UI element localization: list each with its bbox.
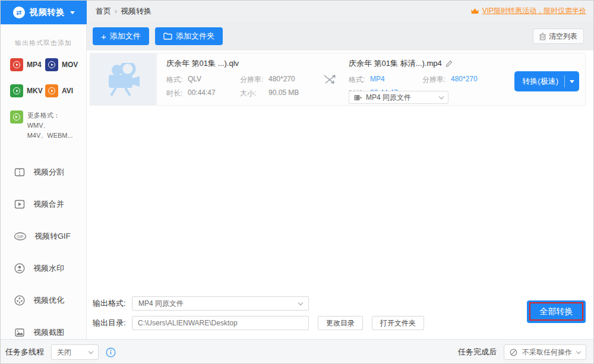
output-dir-value: C:\Users\ALIENWARE\Desktop bbox=[138, 319, 238, 327]
top-bar: 首页 › 视频转换 VIP限时特惠活动，限时仅需半价 bbox=[1, 1, 594, 21]
output-settings: 输出格式: MP4 同原文件 输出目录: C:\Users\ALIENWARE\… bbox=[90, 292, 594, 339]
file-list-row[interactable]: 庆余年 第01集 ...).qlv 格式: QLV 分辨率: 480*270 时… bbox=[90, 53, 586, 106]
trash-icon bbox=[539, 33, 546, 40]
vip-crown-icon bbox=[470, 7, 479, 15]
app-window: 首页 › 视频转换 VIP限时特惠活动，限时仅需半价 ⇄ 视频转换 输出格式双击… bbox=[0, 0, 594, 364]
add-folder-button[interactable]: 添加文件夹 bbox=[155, 27, 223, 45]
add-file-button[interactable]: + 添加文件 bbox=[93, 27, 149, 45]
open-folder-button[interactable]: 打开文件夹 bbox=[372, 316, 424, 330]
avi-file-icon bbox=[45, 84, 58, 97]
sidebar-header-video-convert[interactable]: ⇄ 视频转换 bbox=[1, 1, 87, 24]
sidebar-item-video-merge[interactable]: 视频合并 bbox=[1, 188, 86, 220]
menu-label: 视频分割 bbox=[33, 167, 64, 178]
after-task-value: 不采取任何操作 bbox=[522, 347, 572, 357]
more-formats-item[interactable]: 更多格式：WMV、 M4V、WEBM... bbox=[1, 97, 86, 141]
sidebar-item-video-to-gif[interactable]: GIF 视频转GIF bbox=[1, 220, 86, 252]
format-label: MKV bbox=[27, 87, 43, 95]
convert-all-button[interactable]: 全部转换 bbox=[527, 300, 586, 323]
convert-single-button[interactable]: 转换(极速) bbox=[514, 71, 579, 91]
caret-down-icon bbox=[570, 80, 574, 83]
format-label: AVI bbox=[62, 87, 73, 95]
format-hint-text: 输出格式双击添加 bbox=[1, 39, 86, 48]
add-folder-label: 添加文件夹 bbox=[176, 31, 214, 42]
resolution-label: 分辨率: bbox=[422, 75, 451, 85]
format-tile-mkv[interactable]: MKV bbox=[10, 84, 45, 97]
sidebar-item-video-screenshot[interactable]: 视频截图 bbox=[1, 316, 86, 339]
format-label: 格式: bbox=[349, 75, 370, 85]
source-size-value: 90.05 MB bbox=[268, 88, 314, 99]
output-format-value: MP4 bbox=[370, 75, 422, 85]
convert-all-label: 全部转换 bbox=[540, 306, 573, 316]
film-reel-icon bbox=[14, 295, 26, 306]
clear-list-button[interactable]: 清空列表 bbox=[533, 29, 584, 44]
sidebar-header-title: 视频转换 bbox=[30, 7, 65, 18]
chevron-down-icon bbox=[439, 94, 444, 99]
folder-icon bbox=[163, 33, 172, 40]
mov-file-icon bbox=[45, 58, 58, 71]
gif-icon: GIF bbox=[14, 230, 27, 242]
svg-text:GIF: GIF bbox=[17, 235, 24, 239]
multithread-value: 关闭 bbox=[57, 347, 84, 357]
edit-pencil-icon[interactable] bbox=[446, 60, 453, 68]
format-quick-grid: MP4 MOV MKV AVI bbox=[1, 48, 86, 97]
change-dir-button[interactable]: 更改目录 bbox=[318, 316, 363, 330]
output-format-selected: MP4 同原文件 bbox=[138, 299, 184, 309]
format-tile-mp4[interactable]: MP4 bbox=[10, 58, 45, 71]
format-tile-mov[interactable]: MOV bbox=[45, 58, 80, 71]
convert-options-caret[interactable] bbox=[565, 80, 579, 83]
convert-arrows-icon: ⇄ bbox=[13, 7, 25, 18]
add-file-label: 添加文件 bbox=[110, 31, 141, 42]
swap-arrows-icon bbox=[323, 74, 336, 85]
multithread-label: 任务多线程 bbox=[5, 347, 44, 357]
output-dir-input[interactable]: C:\Users\ALIENWARE\Desktop bbox=[132, 316, 309, 330]
mp4-file-icon bbox=[10, 58, 23, 71]
menu-label: 视频优化 bbox=[33, 295, 64, 306]
breadcrumb-home[interactable]: 首页 bbox=[96, 6, 111, 17]
size-label: 大小: bbox=[240, 88, 268, 99]
chevron-down-icon bbox=[576, 349, 581, 353]
menu-label: 视频合并 bbox=[33, 199, 64, 210]
source-format-value: QLV bbox=[188, 75, 240, 85]
chevron-down-icon bbox=[70, 11, 75, 14]
source-file-info: 庆余年 第01集 ...).qlv 格式: QLV 分辨率: 480*270 时… bbox=[157, 53, 314, 105]
menu-label: 视频转GIF bbox=[34, 231, 71, 242]
info-icon[interactable] bbox=[106, 347, 116, 357]
sidebar-item-video-watermark[interactable]: 视频水印 bbox=[1, 252, 86, 284]
sidebar-menu: 视频分割 视频合并 GIF 视频转GIF bbox=[1, 156, 86, 339]
resolution-label: 分辨率: bbox=[240, 75, 268, 85]
sidebar: 输出格式双击添加 MP4 MOV MKV AVI 更多格式：WMV、 bbox=[1, 24, 87, 339]
film-icon bbox=[354, 94, 362, 101]
multithread-select[interactable]: 关闭 bbox=[51, 344, 99, 360]
output-dir-label: 输出目录: bbox=[93, 318, 132, 328]
row-output-profile-select[interactable]: MP4 同原文件 bbox=[349, 91, 448, 104]
format-label: MOV bbox=[62, 61, 78, 69]
output-file-info: 庆余年 第01集 标清...).mp4 格式: MP4 分辨率: 480*270… bbox=[345, 53, 585, 105]
vip-promo-link[interactable]: VIP限时特惠活动，限时仅需半价 bbox=[470, 6, 586, 16]
more-formats-text: 更多格式：WMV、 M4V、WEBM... bbox=[27, 110, 81, 141]
clear-list-label: 清空列表 bbox=[549, 31, 577, 42]
open-folder-label: 打开文件夹 bbox=[380, 318, 416, 328]
after-task-select[interactable]: 不采取任何操作 bbox=[504, 344, 586, 360]
after-task-label: 任务完成后 bbox=[458, 347, 497, 357]
menu-label: 视频截图 bbox=[33, 327, 64, 338]
source-duration-value: 00:44:47 bbox=[188, 88, 240, 99]
breadcrumb-separator: › bbox=[115, 7, 117, 15]
format-label: 格式: bbox=[166, 75, 188, 85]
sidebar-item-video-split[interactable]: 视频分割 bbox=[1, 156, 86, 188]
no-action-icon bbox=[510, 349, 517, 356]
duration-label: 时长: bbox=[166, 88, 188, 99]
mkv-file-icon bbox=[10, 84, 23, 97]
output-format-select[interactable]: MP4 同原文件 bbox=[132, 296, 309, 311]
watermark-icon bbox=[14, 262, 26, 274]
sidebar-item-video-optimize[interactable]: 视频优化 bbox=[1, 284, 86, 316]
plus-icon: + bbox=[101, 32, 106, 41]
vip-link-text: VIP限时特惠活动，限时仅需半价 bbox=[482, 6, 586, 16]
chevron-down-icon bbox=[298, 300, 303, 305]
output-file-title: 庆余年 第01集 标清...).mp4 bbox=[349, 58, 442, 69]
image-icon bbox=[14, 327, 26, 338]
format-tile-avi[interactable]: AVI bbox=[45, 84, 80, 97]
output-format-label: 输出格式: bbox=[93, 298, 132, 309]
more-formats-file-icon bbox=[10, 110, 23, 124]
source-file-title: 庆余年 第01集 ...).qlv bbox=[166, 58, 314, 69]
convert-single-label: 转换(极速) bbox=[514, 76, 564, 87]
